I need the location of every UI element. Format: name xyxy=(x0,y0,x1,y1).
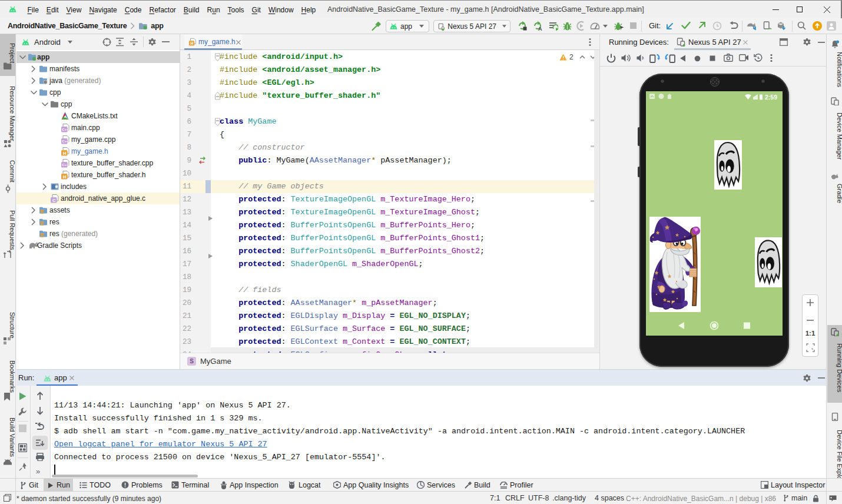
svg-text:A: A xyxy=(538,26,542,31)
svg-text:2:59: 2:59 xyxy=(765,94,777,101)
